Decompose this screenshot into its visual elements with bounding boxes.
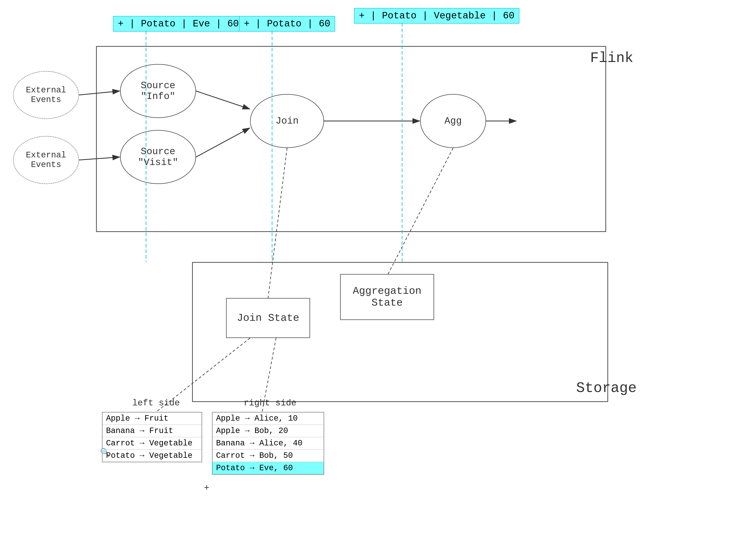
aggregation-state-box: Aggregation State xyxy=(340,274,434,320)
storage-label: Storage xyxy=(576,380,636,396)
tag-potato-60: + | Potato | 60 xyxy=(239,16,335,32)
join-node: Join xyxy=(250,94,324,148)
agg-node: Agg xyxy=(420,94,486,148)
right-row-4: Carrot → Bob, 50 xyxy=(212,450,324,462)
left-table-label: left side xyxy=(112,398,200,408)
external-events-1: External Events xyxy=(13,71,79,119)
right-data-table: Apple → Alice, 10 Apple → Bob, 20 Banana… xyxy=(212,412,324,475)
source-visit-node: Source "Visit" xyxy=(120,130,196,184)
right-row-2: Apple → Bob, 20 xyxy=(212,425,324,437)
right-row-3: Banana → Alice, 40 xyxy=(212,437,324,450)
plus-badge: + xyxy=(204,483,209,493)
left-row-4: Potato → Vegetable xyxy=(102,450,202,462)
left-data-table: Apple → Fruit Banana → Fruit Carrot → Ve… xyxy=(102,412,202,462)
join-state-box: Join State xyxy=(226,298,310,338)
diagram: + | Potato | Eve | 60 + | Potato | 60 + … xyxy=(0,0,756,534)
tag-potato-eve: + | Potato | Eve | 60 xyxy=(113,16,244,32)
flink-label: Flink xyxy=(590,50,634,67)
source-info-node: Source "Info" xyxy=(120,64,196,118)
tag-potato-vegetable: + | Potato | Vegetable | 60 xyxy=(354,8,519,24)
left-row-3: Carrot → Vegetable xyxy=(102,437,202,450)
left-row-1: Apple → Fruit xyxy=(102,413,202,425)
right-row-1: Apple → Alice, 10 xyxy=(212,413,324,425)
left-row-2: Banana → Fruit xyxy=(102,425,202,437)
right-row-5: Potato → Eve, 60 xyxy=(212,462,324,474)
search-icon: 🔍 xyxy=(100,448,110,457)
right-table-label: right side xyxy=(216,398,324,408)
external-events-2: External Events xyxy=(13,136,79,184)
